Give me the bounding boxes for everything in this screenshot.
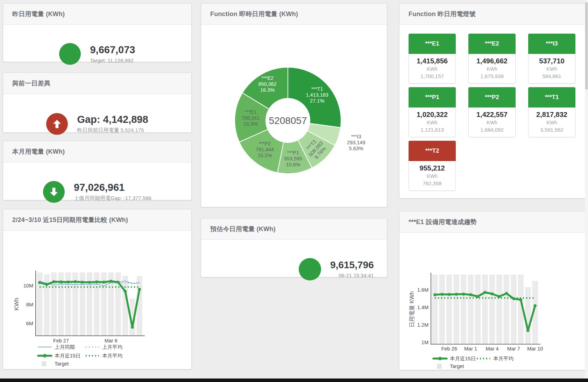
svg-text:15.2%: 15.2% — [257, 153, 272, 158]
svg-text:791,444: 791,444 — [256, 147, 274, 152]
tile-unit: KWh — [409, 120, 455, 125]
status-circle-green — [299, 258, 321, 280]
svg-text:上月同期: 上月同期 — [55, 344, 75, 350]
tile-label: ***T2 — [409, 141, 456, 161]
panel-15day-compare-chart: 2/24~3/10 近15日同期用電量比較 (KWh) 6M8M10MFeb 2… — [3, 209, 192, 369]
svg-text:6M: 6M — [26, 321, 33, 326]
tile-label: ***P2 — [468, 87, 516, 107]
svg-text:1.6M: 1.6M — [417, 287, 428, 293]
panel-title[interactable]: 本月用電量 (KWh) — [12, 147, 65, 156]
stat-value: 9,615,796 — [330, 260, 374, 271]
tile-body: 537,710KWh584,861 — [528, 54, 575, 84]
chart-body: 1M1.2M1.4M1.6MFeb 26Mar 1Mar 4Mar 7Mar 1… — [399, 233, 585, 370]
svg-text:Mar 4: Mar 4 — [486, 346, 498, 352]
svg-text:798,241: 798,241 — [241, 115, 260, 121]
panel-today-estimate: 預估今日用電量 (KWh) 9,615,796 06-21 15:34:41 — [201, 218, 387, 277]
panel-header: 昨日用電量 (KWh) — [3, 4, 191, 25]
light-tile-P2: ***P21,422,557KWh1,684,092 — [468, 87, 516, 137]
tile-body: 1,496,662KWh1,675,939 — [468, 54, 516, 84]
svg-text:Mar 10: Mar 10 — [527, 346, 543, 352]
svg-text:8M: 8M — [26, 302, 33, 307]
tile-target: 1,700,157 — [409, 73, 455, 79]
panel-header: 預估今日用電量 (KWh) — [201, 218, 387, 240]
svg-text:本月平均: 本月平均 — [102, 353, 122, 359]
svg-text:本月近15日: 本月近15日 — [55, 353, 80, 359]
tile-body: 1,020,322KWh1,121,613 — [409, 107, 456, 137]
svg-text:5.63%: 5.63% — [349, 146, 363, 151]
svg-text:1,413,183: 1,413,183 — [306, 92, 328, 98]
svg-text:Target: Target — [450, 363, 464, 369]
svg-text:Mar 6: Mar 6 — [105, 338, 118, 343]
scrollbar-thumb[interactable] — [585, 2, 588, 90]
tile-value: 955,212 — [409, 164, 455, 172]
light-tile-E2: ***E21,496,662KWh1,675,939 — [468, 34, 516, 84]
svg-text:上月平均: 上月平均 — [102, 344, 122, 350]
svg-text:Target: Target — [55, 361, 69, 367]
panel-title[interactable]: 昨日用電量 (KWh) — [12, 10, 65, 18]
svg-text:1M: 1M — [421, 340, 428, 345]
svg-text:293,149: 293,149 — [347, 140, 365, 145]
tile-value: 2,817,832 — [529, 111, 575, 119]
tile-body: 955,212KWh762,358 — [409, 161, 456, 191]
svg-text:850,362: 850,362 — [258, 81, 276, 87]
panel-title[interactable]: 2/24~3/10 近15日同期用電量比較 (KWh) — [12, 216, 128, 224]
panel-header: Function 昨日用電燈號 — [399, 4, 585, 25]
trend-line-chart[interactable]: 1M1.2M1.4M1.6MFeb 26Mar 1Mar 4Mar 7Mar 1… — [399, 233, 585, 369]
panel-title[interactable]: Function 昨日用電燈號 — [409, 10, 476, 18]
window-bottom-edge — [0, 378, 588, 382]
tile-body: 1,422,557KWh1,684,092 — [468, 107, 516, 137]
svg-text:***I3: ***I3 — [351, 134, 361, 139]
panel-title[interactable]: 預估今日用電量 (KWh) — [210, 225, 276, 233]
stat-sub: 昨日與前日用電量 5,524,175 — [77, 127, 148, 134]
panel-header: 與前一日差異 — [3, 73, 191, 94]
tile-value: 1,020,322 — [409, 111, 455, 119]
lights-grid: ***E11,415,856KWh1,700,157***E21,496,662… — [409, 34, 575, 191]
svg-text:10M: 10M — [23, 283, 33, 289]
panel-month-usage: 本月用電量 (KWh) 97,026,961 上個月同期用電Gap: -17,3… — [3, 141, 192, 200]
tile-target: 584,861 — [529, 73, 575, 79]
svg-text:***E2: ***E2 — [261, 75, 274, 81]
stat-target: Target: 11,128,992 — [90, 57, 135, 63]
tile-body: 2,817,832KWh3,591,562 — [528, 107, 575, 137]
light-tile-I3: ***I3537,710KWh584,861 — [528, 34, 575, 84]
tile-target: 1,121,613 — [409, 127, 455, 133]
svg-text:***P1: ***P1 — [287, 150, 299, 155]
panel-header: ***E1 設備用電達成趨勢 — [399, 211, 585, 233]
lights-body: ***E11,415,856KWh1,700,157***E21,496,662… — [399, 25, 585, 198]
panel-title[interactable]: ***E1 設備用電達成趨勢 — [409, 218, 477, 226]
light-tile-T2: ***T2955,212KWh762,358 — [409, 141, 456, 191]
tile-value: 537,710 — [529, 57, 575, 65]
svg-text:***T1: ***T1 — [311, 86, 323, 92]
panel-e1-trend-chart: ***E1 設備用電達成趨勢 1M1.2M1.4M1.6MFeb 26Mar 1… — [399, 211, 586, 370]
svg-text:16.3%: 16.3% — [260, 87, 275, 93]
scrollbar[interactable] — [585, 0, 588, 378]
panel-title[interactable]: 與前一日差異 — [12, 79, 50, 88]
tile-target: 1,684,092 — [469, 127, 515, 133]
donut-chart[interactable]: ***T11,413,18327.1%***I3293,1495.63%***T… — [201, 25, 386, 207]
tile-label: ***T1 — [528, 87, 575, 107]
dashboard: 昨日用電量 (KWh) 9,667,073 Target: 11,128,992… — [0, 0, 588, 382]
panel-title[interactable]: Function 即時日用電量 (KWh) — [210, 10, 298, 18]
donut-center-total: 5208057 — [269, 115, 307, 126]
tile-body: 1,415,856KWh1,700,157 — [409, 54, 456, 84]
tile-target: 762,358 — [409, 180, 455, 186]
light-tile-P1: ***P11,020,322KWh1,121,613 — [409, 87, 456, 137]
svg-text:***P2: ***P2 — [258, 141, 271, 146]
svg-text:本月平均: 本月平均 — [493, 356, 513, 361]
stat-body: 9,615,796 06-21 15:34:41 — [201, 240, 387, 298]
panel-realtime-donut: Function 即時日用電量 (KWh) ***T11,413,18327.1… — [201, 3, 387, 207]
panel-day-gap: 與前一日差異 Gap: 4,142,898 昨日與前日用電量 5,524,175 — [3, 72, 192, 133]
tile-label: ***E1 — [409, 34, 456, 54]
tile-label: ***E2 — [468, 34, 516, 54]
compare-line-chart[interactable]: 6M8M10MFeb 27Mar 6KWh上月同期上月平均本月近15日本月平均T… — [3, 231, 191, 369]
tile-unit: KWh — [409, 173, 455, 179]
chart-body: 6M8M10MFeb 27Mar 6KWh上月同期上月平均本月近15日本月平均T… — [3, 231, 191, 369]
svg-text:KWh: KWh — [13, 298, 20, 311]
tile-value: 1,496,662 — [469, 57, 515, 65]
stat-timestamp: 06-21 15:34:41 — [330, 272, 374, 278]
svg-text:本月近15日: 本月近15日 — [450, 356, 476, 361]
panel-yesterday-lights: Function 昨日用電燈號 ***E11,415,856KWh1,700,1… — [399, 3, 586, 199]
tile-unit: KWh — [529, 120, 575, 125]
tile-label: ***I3 — [528, 34, 575, 54]
up-arrow-icon — [46, 113, 68, 135]
